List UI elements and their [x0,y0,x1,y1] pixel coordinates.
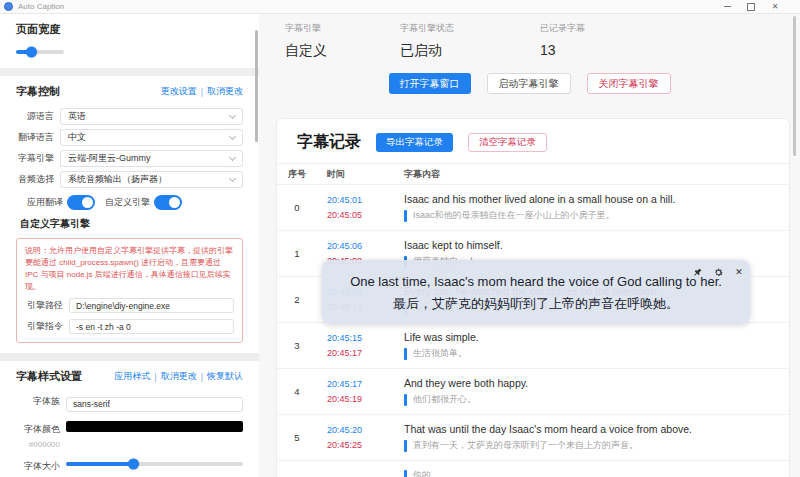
font-family-label: 字体族 [16,395,60,408]
caption-en: And they were both happy. [404,377,775,389]
slider-thumb[interactable] [26,47,37,58]
close-overlay-icon[interactable] [733,266,745,278]
translation-bar [404,470,407,477]
table-row: 0 20:45:01 20:45:05 Isaac and his mother… [277,185,789,231]
caption-en: Isaac kept to himself. [404,239,775,251]
font-color-swatch[interactable] [66,421,243,432]
translation-bar [404,348,407,360]
col-content: 字幕内容 [390,168,789,181]
engine-cmd-label: 引擎指令 [25,320,63,333]
clear-records-button[interactable]: 清空字幕记录 [468,133,547,152]
time-start: 20:45:06 [327,239,390,254]
caption-zh: Isaac和他的母亲独自住在一座小山上的小房子里。 [413,209,615,222]
source-language-select[interactable]: 英语 [60,108,243,125]
minimize-button[interactable] [722,2,732,12]
apply-translation-label: 应用翻译 [27,196,63,209]
col-time: 时间 [311,168,390,181]
apply-settings-link[interactable]: 更改设置 [161,85,197,98]
cancel-style-link[interactable]: 取消更改 [161,370,197,383]
status-stats: 字幕引擎 自定义 字幕引擎状态 已启动 已记录字幕 13 [285,22,585,60]
start-engine-button[interactable]: 启动字幕引擎 [487,73,571,94]
link-separator [201,372,203,382]
records-title: 字幕记录 [297,132,361,153]
main-scrollbar[interactable] [793,16,796,156]
time-end: 20:45:17 [327,346,390,361]
time-start: 20:45:15 [327,331,390,346]
apply-translation-toggle[interactable] [67,195,95,210]
custom-engine-title: 自定义字幕引擎 [20,217,243,231]
close-engine-button[interactable]: 关闭字幕引擎 [587,73,671,94]
target-language-select[interactable]: 中文 [60,129,243,146]
font-size-slider[interactable] [66,458,243,470]
slider-thumb[interactable] [128,458,139,469]
link-separator [154,372,156,382]
row-index: 4 [277,386,311,397]
maximize-button[interactable] [746,2,756,12]
page-width-title: 页面宽度 [16,22,243,37]
caption-zh: 生活很简单。 [413,347,467,360]
time-end: 20:45:25 [327,438,390,453]
settings-sidebar: 页面宽度 字幕控制 更改设置 取消更改 源语言 英语 翻译语言 中文 [0,14,259,477]
time-start: 20:45:01 [327,193,390,208]
overlay-caption-en: One last time, Isaac's mom heard the voi… [336,274,736,289]
stat-engine-status: 字幕引擎状态 已启动 [400,22,540,60]
caption-en: Isaac and his mother lived alone in a sm… [404,193,775,205]
font-color-label: 字体颜色 [16,423,60,436]
caption-control-section: 字幕控制 更改设置 取消更改 源语言 英语 翻译语言 中文 字幕引擎 云 [0,76,259,353]
time-end: 20:45:05 [327,208,390,223]
custom-engine-toggle[interactable] [154,195,182,210]
apply-style-link[interactable]: 应用样式 [114,370,150,383]
time-start: 20:45:17 [327,377,390,392]
export-records-button[interactable]: 导出字幕记录 [376,133,453,152]
row-content: Isaac and his mother lived alone in a sm… [390,193,789,222]
page-width-section: 页面宽度 [0,14,259,68]
open-caption-window-button[interactable]: 打开字幕窗口 [389,73,471,94]
page-width-slider[interactable] [16,46,64,58]
engine-row: 字幕引擎 云端-阿里云-Gummy [16,150,243,167]
gear-icon[interactable] [712,266,724,278]
engine-cmd-row: 引擎指令 [25,319,234,334]
font-color-row: 字体颜色 #000000 [16,421,243,449]
row-times: 20:45:20 20:45:25 [311,423,390,453]
row-index: 3 [277,340,311,351]
stat-engine-value: 自定义 [285,42,400,60]
font-family-input[interactable] [66,397,243,412]
cancel-settings-link[interactable]: 取消更改 [207,85,243,98]
row-times: 20:45:15 20:45:17 [311,331,390,361]
close-button[interactable] [770,2,780,12]
app-title: Auto Caption [18,2,64,11]
translation-bar [404,210,407,222]
font-color-value: #000000 [16,440,60,449]
control-toggles-row: 应用翻译 自定义引擎 [27,195,243,210]
font-size-label: 字体大小 [16,460,60,473]
target-language-value: 中文 [68,131,86,144]
col-index: 序号 [277,168,311,181]
table-header: 序号 时间 字幕内容 [277,163,789,185]
engine-path-input[interactable] [69,298,234,313]
engine-cmd-input[interactable] [69,319,234,334]
app-logo-icon [4,2,13,11]
engine-value: 云端-阿里云-Gummy [68,152,151,165]
caption-zh: 直到有一天，艾萨克的母亲听到了一个来自上方的声音。 [413,439,638,452]
sidebar-scrollbar[interactable] [255,30,258,142]
subtitle-overlay-window[interactable]: One last time, Isaac's mom heard the voi… [322,260,750,324]
row-content: That was until the day Isaac's mom heard… [390,423,789,452]
stat-recorded-count: 已记录字幕 13 [540,22,585,60]
font-family-row: 字体族 [16,393,243,412]
row-index: 5 [277,432,311,443]
reset-default-link[interactable]: 恢复默认 [207,370,243,383]
row-content: Life was simple. 生活很简单。 [390,331,789,360]
audio-source-value: 系统音频输出（扬声器） [68,173,167,186]
caption-en: Life was simple. [404,331,775,343]
font-size-row: 字体大小 24px [16,458,243,477]
stat-engine-label: 字幕引擎 [285,22,400,35]
chevron-down-icon [229,132,236,139]
engine-select[interactable]: 云端-阿里云-Gummy [60,150,243,167]
pin-icon[interactable] [691,266,703,278]
caption-en: That was until the day Isaac's mom heard… [404,423,775,435]
table-row: 3 20:45:15 20:45:17 Life was simple. 生活很… [277,323,789,369]
audio-source-select[interactable]: 系统音频输出（扬声器） [60,171,243,188]
source-language-value: 英语 [68,110,86,123]
caption-control-title: 字幕控制 [16,84,60,99]
stat-recorded-count-value: 13 [540,42,585,58]
